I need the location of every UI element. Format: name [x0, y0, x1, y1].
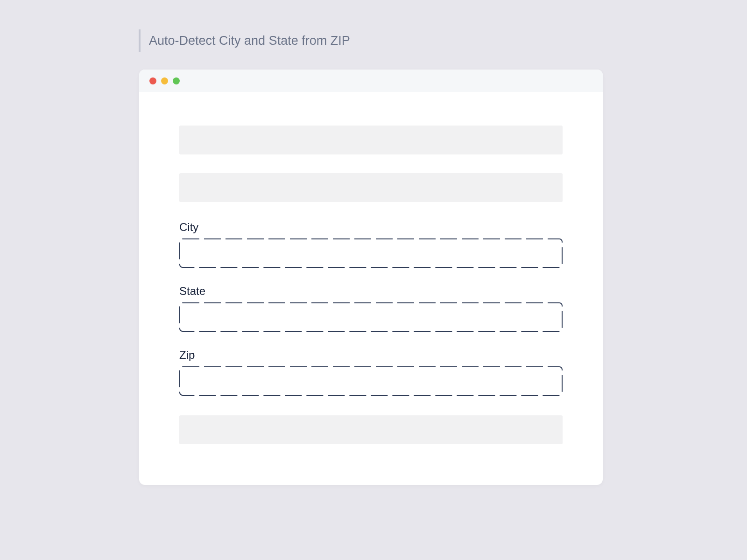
zip-field-group: Zip: [179, 349, 563, 396]
placeholder-block: [179, 126, 563, 154]
city-input[interactable]: [179, 238, 563, 268]
maximize-icon[interactable]: [173, 77, 180, 84]
state-input-wrap: [179, 302, 563, 332]
window-titlebar: [139, 70, 603, 92]
placeholder-block: [179, 415, 563, 444]
window-content: City State Zip: [139, 92, 603, 444]
city-label: City: [179, 221, 563, 234]
placeholder-block: [179, 173, 563, 202]
zip-input-wrap: [179, 366, 563, 396]
zip-input[interactable]: [179, 366, 563, 396]
state-field-group: State: [179, 285, 563, 332]
zip-label: Zip: [179, 349, 563, 362]
minimize-icon[interactable]: [161, 77, 168, 84]
city-input-wrap: [179, 238, 563, 268]
state-label: State: [179, 285, 563, 298]
city-field-group: City: [179, 221, 563, 268]
page-title-wrap: Auto-Detect City and State from ZIP: [139, 29, 350, 52]
page-title: Auto-Detect City and State from ZIP: [149, 34, 350, 48]
state-input[interactable]: [179, 302, 563, 332]
app-window: City State Zip: [139, 70, 603, 485]
close-icon[interactable]: [149, 77, 156, 84]
title-accent-bar: [139, 29, 141, 52]
